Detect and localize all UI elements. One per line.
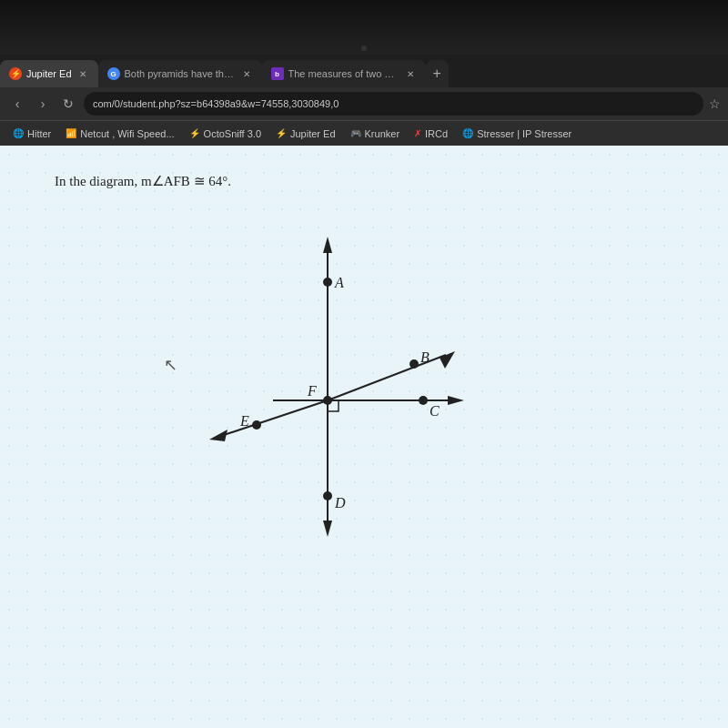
tab-jupiter-ed[interactable]: ⚡ Jupiter Ed ✕ <box>0 60 98 87</box>
bookmark-ircd[interactable]: ✗ IRCd <box>409 126 453 141</box>
browser-chrome: ⚡ Jupiter Ed ✕ G Both pyramids have the … <box>0 55 728 146</box>
new-tab-button[interactable]: + <box>426 60 449 87</box>
tab-jupiter-close[interactable]: ✕ <box>76 67 89 80</box>
tab-jupiter-label: Jupiter Ed <box>26 68 72 79</box>
camera-dot <box>361 46 367 51</box>
bookmarks-bar: 🌐 Hitter 📶 Netcut , Wifi Speed... ⚡ Octo… <box>0 120 728 146</box>
label-D: D <box>334 495 346 511</box>
svg-point-15 <box>410 359 419 369</box>
label-F: F <box>307 383 317 399</box>
netcut-favicon: 📶 <box>66 128 76 138</box>
bookmark-octosniff[interactable]: ⚡ OctoSniff 3.0 <box>184 126 267 141</box>
pyramids-favicon: G <box>107 67 120 80</box>
label-A: A <box>334 275 344 290</box>
octosniff-label: OctoSniff 3.0 <box>204 128 261 139</box>
problem-text: In the diagram, m∠AFB ≅ 64°. <box>55 173 231 189</box>
jupiterd-favicon: ⚡ <box>276 128 287 138</box>
tab-measures-close[interactable]: ✕ <box>404 67 417 80</box>
tab-pyramids[interactable]: G Both pyramids have the same-sh ✕ <box>98 60 262 87</box>
svg-point-10 <box>323 396 332 405</box>
geometry-diagram: A F B C D E <box>182 228 510 555</box>
label-B: B <box>420 349 430 365</box>
krunker-favicon: 🎮 <box>350 128 361 138</box>
tab-pyramids-label: Both pyramids have the same-sh <box>125 68 236 79</box>
label-E: E <box>239 413 249 429</box>
ircd-favicon: ✗ <box>414 128 421 138</box>
netcut-label: Netcut , Wifi Speed... <box>80 128 174 139</box>
jupiterd-label: Jupiter Ed <box>290 128 336 139</box>
bookmark-jupiterd[interactable]: ⚡ Jupiter Ed <box>270 126 341 141</box>
address-input[interactable] <box>84 92 703 116</box>
tab-bar: ⚡ Jupiter Ed ✕ G Both pyramids have the … <box>0 55 728 87</box>
bookmark-hitter[interactable]: 🌐 Hitter <box>7 126 56 141</box>
svg-point-11 <box>323 278 332 287</box>
bookmark-stresser[interactable]: 🌐 Stresser | IP Stresser <box>457 126 577 141</box>
bookmark-krunker[interactable]: 🎮 Krunker <box>345 126 406 141</box>
hitter-favicon: 🌐 <box>13 128 24 138</box>
svg-point-12 <box>323 491 332 500</box>
tab-pyramids-close[interactable]: ✕ <box>240 67 253 80</box>
bookmark-netcut[interactable]: 📶 Netcut , Wifi Speed... <box>60 126 179 141</box>
svg-line-5 <box>218 400 328 437</box>
stresser-favicon: 🌐 <box>462 128 473 138</box>
measures-favicon: b <box>271 67 284 80</box>
diagram-svg: A F B C D E <box>182 228 510 555</box>
hitter-label: Hitter <box>27 128 51 139</box>
bookmark-star[interactable]: ☆ <box>709 96 721 111</box>
svg-marker-4 <box>448 396 464 405</box>
back-button[interactable]: ‹ <box>7 94 27 114</box>
refresh-button[interactable]: ↻ <box>58 94 78 114</box>
ircd-label: IRCd <box>425 128 448 139</box>
svg-point-14 <box>252 420 261 430</box>
krunker-label: Krunker <box>365 128 400 139</box>
svg-marker-6 <box>209 430 228 441</box>
jupiter-favicon: ⚡ <box>9 67 22 80</box>
address-bar-row: ‹ › ↻ ☆ <box>0 87 728 120</box>
stresser-label: Stresser | IP Stresser <box>477 128 571 139</box>
tab-measures-label: The measures of two vertical an <box>288 68 399 79</box>
tab-measures[interactable]: b The measures of two vertical an ✕ <box>262 60 426 87</box>
main-content: In the diagram, m∠AFB ≅ 64°. ↖ <box>0 146 728 728</box>
svg-point-13 <box>419 396 428 405</box>
octosniff-favicon: ⚡ <box>189 128 200 138</box>
label-C: C <box>430 403 440 419</box>
problem-statement: In the diagram, m∠AFB ≅ 64°. <box>55 174 231 188</box>
svg-marker-8 <box>440 351 455 369</box>
svg-marker-1 <box>323 237 332 253</box>
laptop-bezel <box>0 0 728 55</box>
forward-button[interactable]: › <box>33 94 53 114</box>
svg-marker-2 <box>323 521 332 537</box>
